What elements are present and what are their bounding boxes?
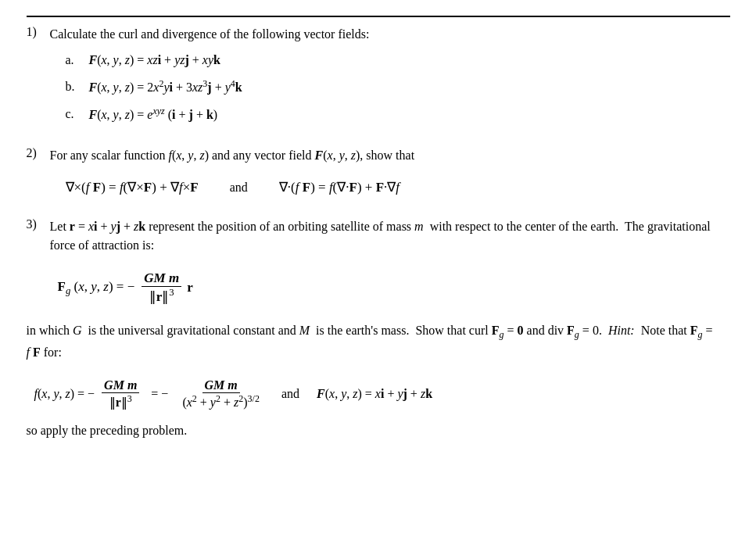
- fx-label: f(x, y, z) = −: [34, 387, 95, 401]
- problem-1-header: 1) Calculate the curl and divergence of …: [27, 25, 730, 44]
- problem-3-header: 3) Let r = xi + yj + zk represent the po…: [27, 217, 730, 255]
- gravitational-force-eq: Fg (x, y, z) = − GM m ‖r‖3 r: [58, 270, 730, 305]
- part-a-formula: F(x, y, z) = xzi + yzj + xyk: [89, 50, 220, 70]
- fx-num1: GM m: [102, 378, 139, 393]
- eq2-and: and: [230, 181, 248, 195]
- fx-num2: GM m: [202, 378, 240, 393]
- eq2-left: ∇×(f F) = f(∇×F) + ∇f×F: [66, 179, 199, 195]
- grav-denominator: ‖r‖3: [147, 287, 177, 305]
- fx-equals: = −: [151, 387, 168, 401]
- so-apply-text: so apply the preceding problem.: [27, 424, 730, 438]
- fx-frac1: GM m ‖r‖3: [102, 378, 139, 410]
- grav-r: r: [187, 280, 193, 295]
- problem-3-number: 3): [27, 217, 50, 231]
- problem-3: 3) Let r = xi + yj + zk represent the po…: [27, 217, 730, 438]
- eq2-right: ∇·(f F) = f(∇·F) + F·∇f: [279, 179, 399, 195]
- part-b-formula: F(x, y, z) = 2x2yi + 3xz3j + y4k: [89, 77, 242, 98]
- problem-2: 2) For any scalar function f(x, y, z) an…: [27, 146, 730, 195]
- problem-3-fx-eq: f(x, y, z) = − GM m ‖r‖3 = − GM m (x2 + …: [34, 378, 730, 410]
- fx-F-eq: F(x, y, z) = xi + yj + zk: [317, 387, 432, 401]
- part-c-label: c.: [66, 104, 89, 124]
- fx-den2: (x2 + y2 + z2)3/2: [180, 393, 262, 410]
- fx-den1: ‖r‖3: [107, 393, 134, 410]
- grav-lhs: Fg (x, y, z) = −: [58, 279, 135, 297]
- problem-1-part-a: a. F(x, y, z) = xzi + yzj + xyk: [66, 50, 730, 70]
- problem-1-part-c: c. F(x, y, z) = exyz (i + j + k): [66, 104, 730, 125]
- part-a-label: a.: [66, 50, 89, 70]
- problem-2-text: For any scalar function f(x, y, z) and a…: [50, 146, 415, 165]
- problem-2-number: 2): [27, 146, 50, 160]
- problem-1-parts: a. F(x, y, z) = xzi + yzj + xyk b. F(x, …: [66, 50, 730, 124]
- problem-1-number: 1): [27, 25, 50, 39]
- page-content: 1) Calculate the curl and divergence of …: [27, 16, 730, 438]
- grav-fraction: GM m ‖r‖3: [142, 270, 181, 305]
- grav-numerator: GM m: [142, 270, 181, 287]
- fx-frac2: GM m (x2 + y2 + z2)3/2: [180, 378, 262, 410]
- problem-1-text: Calculate the curl and divergence of the…: [50, 25, 370, 44]
- problem-1-part-b: b. F(x, y, z) = 2x2yi + 3xz3j + y4k: [66, 77, 730, 98]
- part-c-formula: F(x, y, z) = exyz (i + j + k): [89, 104, 218, 125]
- fx-and: and: [281, 387, 299, 401]
- problem-3-intro: Let r = xi + yj + zk represent the posit…: [50, 217, 730, 255]
- problem-1: 1) Calculate the curl and divergence of …: [27, 25, 730, 124]
- part-b-label: b.: [66, 77, 89, 97]
- problem-3-description: in which G is the universal gravitationa…: [27, 320, 730, 363]
- problem-2-equations: ∇×(f F) = f(∇×F) + ∇f×F and ∇·(f F) = f(…: [66, 179, 730, 195]
- problem-2-header: 2) For any scalar function f(x, y, z) an…: [27, 146, 730, 165]
